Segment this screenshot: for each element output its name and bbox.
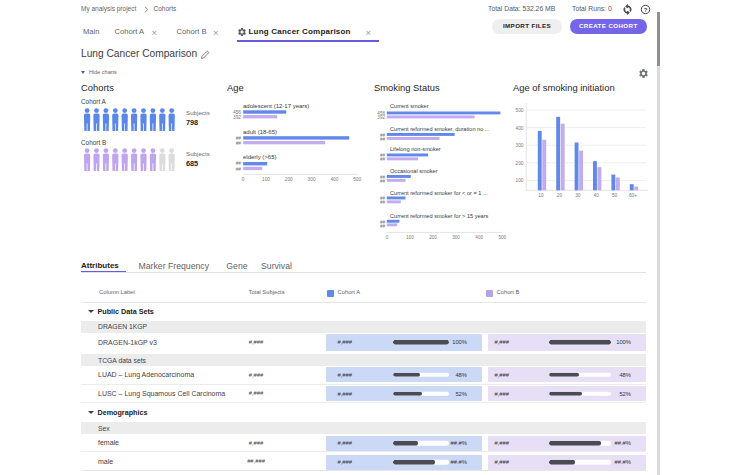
- svg-text:400: 400: [515, 126, 523, 131]
- svg-text:400: 400: [475, 235, 483, 240]
- svg-text:Current reformed smoker for >: Current reformed smoker for > 15 years: [390, 213, 489, 219]
- svg-text:##: ##: [236, 141, 242, 146]
- svg-text:Subjects: Subjects: [186, 150, 210, 157]
- svg-text:200: 200: [285, 177, 293, 182]
- svg-text:500: 500: [353, 177, 361, 182]
- svg-text:Current reformed smoker for <: Current reformed smoker for < or = 1 ...: [390, 190, 488, 196]
- svg-text:100: 100: [515, 178, 523, 183]
- svg-text:Cohort B: Cohort B: [81, 139, 106, 146]
- svg-text:392: 392: [233, 115, 241, 120]
- svg-text:0: 0: [242, 177, 245, 182]
- svg-text:Current reformed smoker, durat: Current reformed smoker, duration no ...: [390, 126, 490, 132]
- svg-text:Cohort A: Cohort A: [81, 98, 107, 105]
- svg-text:adult (18-65): adult (18-65): [243, 129, 277, 135]
- svg-text:300: 300: [452, 235, 460, 240]
- svg-text:100: 100: [406, 235, 414, 240]
- svg-text:elderly (>65): elderly (>65): [243, 154, 277, 160]
- svg-text:##: ##: [380, 179, 386, 184]
- svg-text:##: ##: [380, 157, 386, 162]
- svg-text:Cohorts: Cohorts: [81, 82, 114, 93]
- svg-text:300: 300: [515, 143, 523, 148]
- svg-text:Lifelong non-smoker: Lifelong non-smoker: [390, 146, 441, 152]
- svg-text:##: ##: [380, 224, 386, 229]
- svg-text:798: 798: [186, 118, 198, 127]
- svg-text:0: 0: [386, 235, 389, 240]
- svg-text:Occasional smoker: Occasional smoker: [390, 168, 438, 174]
- svg-text:200: 200: [515, 161, 523, 166]
- svg-text:50: 50: [612, 193, 618, 198]
- svg-text:400: 400: [330, 177, 338, 182]
- svg-text:500: 500: [515, 108, 523, 113]
- svg-text:10: 10: [538, 193, 544, 198]
- svg-text:30: 30: [575, 193, 581, 198]
- svg-text:60+: 60+: [629, 193, 637, 198]
- svg-text:##: ##: [380, 200, 386, 205]
- svg-text:Age of smoking initiation: Age of smoking initiation: [513, 82, 615, 93]
- svg-text:Age: Age: [227, 82, 244, 93]
- svg-text:300: 300: [308, 177, 316, 182]
- svg-text:200: 200: [429, 235, 437, 240]
- svg-text:Smoking Status: Smoking Status: [374, 82, 440, 93]
- svg-text:adolescent (12-17 years): adolescent (12-17 years): [243, 103, 309, 109]
- svg-text:##: ##: [380, 137, 386, 142]
- svg-text:685: 685: [186, 159, 198, 168]
- svg-text:100: 100: [262, 177, 270, 182]
- svg-text:Current smoker: Current smoker: [390, 103, 429, 109]
- svg-text:Subjects: Subjects: [186, 109, 210, 116]
- svg-text:40: 40: [594, 193, 600, 198]
- svg-text:##: ##: [236, 167, 242, 172]
- svg-text:20: 20: [557, 193, 563, 198]
- svg-text:392: 392: [377, 115, 385, 120]
- svg-text:500: 500: [498, 235, 506, 240]
